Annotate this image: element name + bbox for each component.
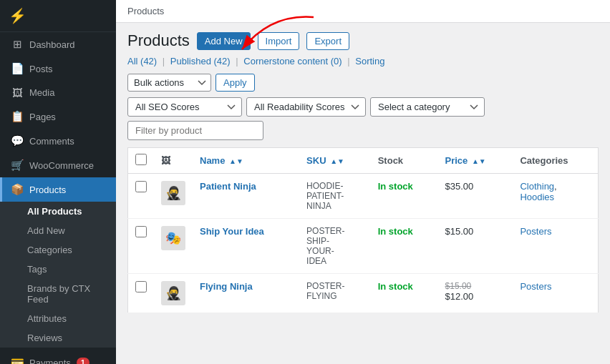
products-submenu: All Products Add New Categories Tags Bra… <box>0 202 116 348</box>
col-categories: Categories <box>513 148 598 174</box>
readability-scores-select[interactable]: All Readability Scores Good OK Bad Not a… <box>246 97 366 117</box>
stock-status: In stock <box>378 226 413 237</box>
toolbar: Bulk actions Edit Move to Trash Apply <box>127 74 599 92</box>
product-name-link[interactable]: Flying Ninja <box>200 281 253 292</box>
row-checkbox-cell <box>128 174 155 219</box>
filter-links: All (42) | Published (42) | Cornerstone … <box>127 56 599 67</box>
col-price[interactable]: Price ▲▼ <box>438 148 513 174</box>
filter-cornerstone[interactable]: Cornerstone content (0) <box>243 56 342 67</box>
filter-all[interactable]: All (42) <box>127 56 157 67</box>
bulk-actions-select[interactable]: Bulk actions Edit Move to Trash <box>127 74 211 92</box>
import-button[interactable]: Import <box>258 32 300 50</box>
row-name-cell: Ship Your Idea <box>193 219 299 274</box>
products-icon: 📦 <box>11 183 24 196</box>
row-checkbox[interactable] <box>135 181 147 192</box>
col-name[interactable]: Name ▲▼ <box>193 148 299 174</box>
page-title: Products <box>127 31 190 50</box>
row-checkbox-cell <box>128 219 155 274</box>
price-new: $12.00 <box>445 291 474 302</box>
sidebar-submenu-all-products[interactable]: All Products <box>0 202 116 221</box>
sidebar-logo: ⚡ <box>0 0 116 32</box>
sidebar-item-label: WooCommerce <box>29 160 94 171</box>
sort-name-icon: ▲▼ <box>229 157 243 165</box>
sidebar-item-label: Media <box>29 87 54 98</box>
product-name-link[interactable]: Patient Ninja <box>200 181 256 192</box>
sidebar-submenu-brands[interactable]: Brands by CTX Feed <box>0 279 116 309</box>
product-thumbnail: 🥷 <box>161 181 185 205</box>
price: $35.00 <box>445 181 474 192</box>
product-name-link[interactable]: Ship Your Idea <box>200 226 264 237</box>
product-thumbnail: 🎭 <box>161 226 185 250</box>
pages-icon: 📋 <box>11 110 24 123</box>
row-categories-cell: Posters <box>513 274 598 313</box>
filter-row: All SEO Scores Good OK Bad Not analyzed … <box>127 97 599 140</box>
table-row: 🥷 Patient Ninja HOODIE-PATIENT-NINJA In … <box>128 174 599 219</box>
row-stock-cell: In stock <box>371 174 438 219</box>
sidebar-item-payments[interactable]: 💳 Payments 1 <box>0 350 116 364</box>
breadcrumb: Products <box>116 0 610 23</box>
product-thumbnail: 🥷 <box>161 281 185 305</box>
sidebar-item-dashboard[interactable]: ⊞ Dashboard <box>0 32 116 56</box>
export-button[interactable]: Export <box>306 32 349 50</box>
thumb-icon: 🖼 <box>161 155 170 166</box>
col-sku[interactable]: SKU ▲▼ <box>299 148 371 174</box>
add-new-button[interactable]: Add New <box>197 32 251 50</box>
col-stock: Stock <box>371 148 438 174</box>
wordpress-icon: ⚡ <box>9 7 26 24</box>
product-filter-input[interactable] <box>127 121 263 140</box>
bulk-actions-wrap: Bulk actions Edit Move to Trash Apply <box>127 74 255 92</box>
row-sku-cell: POSTER-SHIP-YOUR-IDEA <box>299 219 371 274</box>
table-row: 🥷 Flying Ninja POSTER-FLYING In stock $1… <box>128 274 599 313</box>
col-thumb: 🖼 <box>154 148 193 174</box>
category-select[interactable]: Select a category <box>370 97 485 117</box>
sidebar-item-media[interactable]: 🖼 Media <box>0 81 116 104</box>
table-row: 🎭 Ship Your Idea POSTER-SHIP-YOUR-IDEA I… <box>128 219 599 274</box>
sidebar-item-products[interactable]: 📦 Products <box>0 177 116 202</box>
row-checkbox[interactable] <box>135 281 147 292</box>
sidebar-item-pages[interactable]: 📋 Pages <box>0 104 116 129</box>
sidebar-item-woocommerce[interactable]: 🛒 WooCommerce <box>0 153 116 177</box>
row-thumb-cell: 🎭 <box>154 219 193 274</box>
row-price-cell: $15.00$12.00 <box>438 274 513 313</box>
row-checkbox[interactable] <box>135 226 147 237</box>
row-categories-cell: Posters <box>513 219 598 274</box>
row-categories-cell: Clothing,Hoodies <box>513 174 598 219</box>
woocommerce-icon: 🛒 <box>11 159 24 172</box>
col-checkbox <box>128 148 155 174</box>
category-link[interactable]: Hoodies <box>520 192 554 202</box>
row-stock-cell: In stock <box>371 219 438 274</box>
category-link[interactable]: Clothing <box>520 181 554 192</box>
sidebar-submenu-categories[interactable]: Categories <box>0 240 116 260</box>
apply-button[interactable]: Apply <box>216 74 255 92</box>
sidebar-submenu-reviews[interactable]: Reviews <box>0 328 116 348</box>
select-all-checkbox[interactable] <box>135 154 147 165</box>
sidebar-item-posts[interactable]: 📄 Posts <box>0 56 116 81</box>
comments-icon: 💬 <box>11 134 24 147</box>
row-sku-cell: POSTER-FLYING <box>299 274 371 313</box>
filter-sorting[interactable]: Sorting <box>355 56 384 67</box>
payments-badge: 1 <box>77 358 89 364</box>
page-header: Products Add New Import Export <box>127 31 599 50</box>
payments-icon: 💳 <box>11 356 24 364</box>
filter-published[interactable]: Published (42) <box>170 56 231 67</box>
seo-scores-wrap: All SEO Scores Good OK Bad Not analyzed <box>127 97 242 117</box>
readability-scores-wrap: All Readability Scores Good OK Bad Not a… <box>246 97 366 117</box>
sort-price-icon: ▲▼ <box>472 157 486 165</box>
seo-scores-select[interactable]: All SEO Scores Good OK Bad Not analyzed <box>127 97 242 117</box>
row-checkbox-cell <box>128 274 155 313</box>
row-name-cell: Flying Ninja <box>193 274 299 313</box>
product-filter-wrap <box>127 121 263 140</box>
row-stock-cell: In stock <box>371 274 438 313</box>
main-content: Products Products Add New Import Export <box>116 0 610 364</box>
sidebar-item-comments[interactable]: 💬 Comments <box>0 129 116 153</box>
price-old: $15.00 <box>445 281 506 291</box>
sidebar-submenu-add-new[interactable]: Add New <box>0 221 116 240</box>
stock-status: In stock <box>378 281 413 292</box>
category-link[interactable]: Posters <box>520 226 551 237</box>
category-link[interactable]: Posters <box>520 281 551 292</box>
sidebar-item-label: Posts <box>29 64 53 74</box>
sidebar-submenu-tags[interactable]: Tags <box>0 260 116 279</box>
sidebar-submenu-attributes[interactable]: Attributes <box>0 309 116 328</box>
dashboard-icon: ⊞ <box>11 38 24 51</box>
posts-icon: 📄 <box>11 62 24 75</box>
